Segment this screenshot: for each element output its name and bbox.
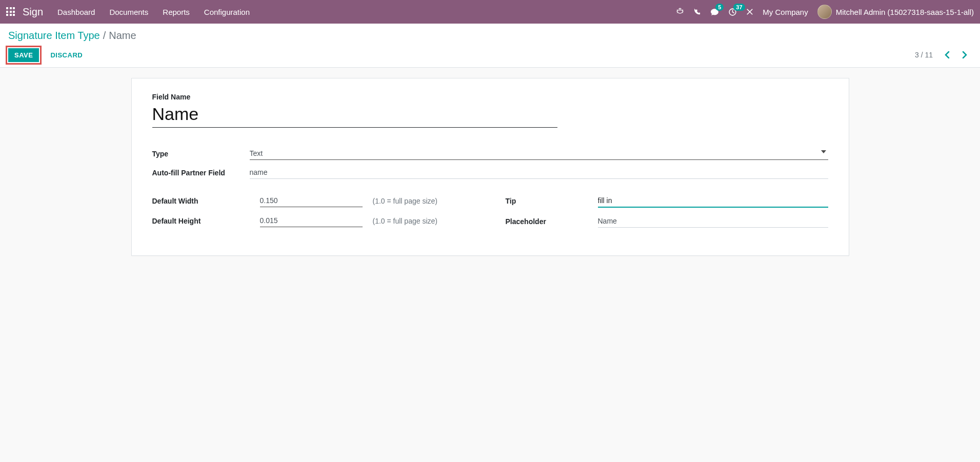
nav-link-reports[interactable]: Reports bbox=[163, 8, 190, 16]
user-name: Mitchell Admin (15027318-saas-15-1-all) bbox=[836, 8, 974, 16]
type-select[interactable] bbox=[250, 147, 828, 160]
nav-link-documents[interactable]: Documents bbox=[109, 8, 148, 16]
activities-icon[interactable]: 37 bbox=[728, 8, 737, 16]
nav-links: Dashboard Documents Reports Configuratio… bbox=[57, 8, 250, 16]
messages-icon[interactable]: 5 bbox=[710, 8, 719, 16]
form-wrap: Field Name Type Auto-fill Partner Field … bbox=[0, 68, 980, 266]
bug-icon[interactable] bbox=[676, 8, 684, 16]
apps-icon[interactable] bbox=[6, 7, 15, 16]
pager: 3 / 11 bbox=[915, 48, 972, 62]
control-panel: Signature Item Type/Name SAVE DISCARD 3 … bbox=[0, 24, 980, 68]
type-label: Type bbox=[152, 150, 250, 158]
height-hint: (1.0 = full page size) bbox=[373, 217, 475, 225]
nav-link-configuration[interactable]: Configuration bbox=[204, 8, 250, 16]
messages-badge: 5 bbox=[715, 4, 724, 11]
breadcrumb: Signature Item Type/Name bbox=[8, 30, 972, 42]
placeholder-input[interactable] bbox=[598, 215, 828, 228]
field-name-label: Field Name bbox=[152, 93, 828, 101]
pager-prev[interactable] bbox=[940, 48, 954, 62]
tip-input[interactable] bbox=[598, 194, 828, 208]
close-x-icon[interactable] bbox=[746, 8, 753, 15]
discard-button[interactable]: DISCARD bbox=[44, 48, 89, 62]
pager-next[interactable] bbox=[957, 48, 972, 62]
user-menu[interactable]: Mitchell Admin (15027318-saas-15-1-all) bbox=[817, 5, 974, 19]
width-hint: (1.0 = full page size) bbox=[373, 197, 475, 205]
save-button[interactable]: SAVE bbox=[8, 48, 39, 62]
default-height-label: Default Height bbox=[152, 217, 250, 225]
default-width-label: Default Width bbox=[152, 197, 250, 205]
top-navbar: Sign Dashboard Documents Reports Configu… bbox=[0, 0, 980, 24]
form-sheet: Field Name Type Auto-fill Partner Field … bbox=[131, 78, 849, 256]
pager-count[interactable]: 3 / 11 bbox=[915, 51, 933, 59]
nav-link-dashboard[interactable]: Dashboard bbox=[57, 8, 95, 16]
avatar bbox=[817, 5, 832, 19]
phone-icon[interactable] bbox=[693, 8, 701, 16]
breadcrumb-current: Name bbox=[109, 30, 136, 41]
field-name-input[interactable] bbox=[152, 103, 558, 128]
nav-right: 5 37 My Company Mitchell Admin (15027318… bbox=[676, 5, 974, 19]
app-brand[interactable]: Sign bbox=[23, 6, 43, 18]
autofill-input[interactable] bbox=[250, 166, 828, 179]
breadcrumb-root[interactable]: Signature Item Type bbox=[8, 30, 100, 41]
company-switcher[interactable]: My Company bbox=[763, 8, 808, 16]
activities-badge: 37 bbox=[733, 4, 745, 11]
tip-label: Tip bbox=[506, 197, 598, 205]
autofill-label: Auto-fill Partner Field bbox=[152, 169, 250, 177]
placeholder-label: Placeholder bbox=[506, 217, 598, 226]
default-height-input[interactable] bbox=[260, 214, 363, 227]
default-width-input[interactable] bbox=[260, 194, 363, 207]
